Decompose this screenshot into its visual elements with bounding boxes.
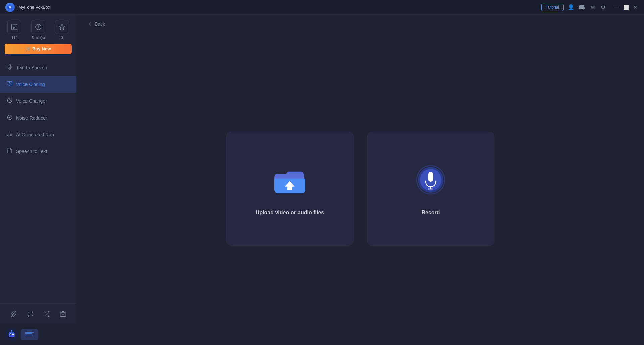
svg-rect-10 [7, 81, 12, 85]
sidebar-item-noise-reducer[interactable]: Noise Reducer [0, 110, 76, 126]
svg-rect-30 [10, 336, 13, 336]
back-label: Back [95, 21, 105, 27]
app-logo: V iMyFone VoxBox [5, 3, 541, 12]
titlebar: V iMyFone VoxBox Tutorial 👤 ✉ ⚙ — ⬜ ✕ [0, 0, 644, 15]
time-icon [31, 20, 45, 34]
ai-generated-rap-label: AI Generated Rap [16, 132, 54, 137]
upload-icon-area [270, 161, 310, 202]
upload-card[interactable]: Upload video or audio files [226, 132, 354, 246]
cards-area: Upload video or audio files [76, 32, 644, 345]
back-button[interactable]: Back [87, 21, 105, 27]
chars-icon [7, 20, 21, 34]
noise-reducer-label: Noise Reducer [16, 115, 47, 121]
text-to-speech-label: Text to Speech [16, 65, 47, 70]
sidebar-nav: Text to Speech Voice Cloning [0, 58, 76, 303]
noise-reducer-icon [7, 114, 13, 122]
toolbox-icon[interactable] [58, 308, 68, 319]
sidebar-item-speech-to-text[interactable]: Speech to Text [0, 143, 76, 160]
account-icon[interactable]: 👤 [568, 4, 574, 11]
main-content: Back Upload video or audio files [76, 15, 644, 345]
svg-marker-7 [59, 24, 65, 30]
sidebar-item-voice-changer[interactable]: Voice Changer [0, 93, 76, 110]
buy-now-button[interactable]: 🛒 Buy Now [5, 44, 72, 54]
sidebar-item-text-to-speech[interactable]: Text to Speech [0, 59, 76, 76]
chars-value: 112 [11, 36, 17, 40]
chatbot-avatar [5, 328, 19, 342]
svg-point-12 [9, 100, 11, 101]
voice-cloning-label: Voice Cloning [16, 82, 45, 87]
svg-point-29 [13, 334, 13, 335]
tutorial-button[interactable]: Tutorial [541, 4, 564, 11]
credits-value: 0 [61, 36, 63, 40]
svg-point-15 [10, 134, 12, 136]
repeat-icon[interactable] [25, 308, 36, 319]
sidebar: 112 5 min(s) 0 [0, 15, 76, 345]
svg-line-19 [47, 315, 49, 317]
stat-credits: 0 [55, 20, 69, 40]
credits-icon [55, 20, 69, 34]
svg-point-28 [10, 334, 11, 335]
upload-label: Upload video or audio files [256, 210, 324, 216]
mail-icon[interactable]: ✉ [589, 4, 596, 11]
svg-point-14 [7, 135, 9, 136]
voice-cloning-icon [7, 81, 13, 88]
text-to-speech-icon [7, 64, 13, 71]
svg-text:V: V [9, 6, 11, 9]
app-title: iMyFone VoxBox [17, 5, 50, 10]
speech-to-text-label: Speech to Text [16, 149, 47, 154]
sidebar-item-ai-generated-rap[interactable]: AI Generated Rap [0, 126, 76, 143]
voice-changer-icon [7, 97, 13, 105]
discord-icon[interactable] [578, 4, 585, 11]
maximize-button[interactable]: ⬜ [623, 4, 629, 11]
window-controls: — ⬜ ✕ [613, 4, 639, 11]
app-body: 112 5 min(s) 0 [0, 15, 644, 345]
voice-changer-label: Voice Changer [16, 98, 47, 104]
minimize-button[interactable]: — [613, 4, 620, 11]
main-header: Back [76, 15, 644, 32]
record-icon-area [411, 161, 451, 202]
settings-icon[interactable]: ⚙ [600, 4, 606, 11]
chatbot-widget[interactable] [0, 324, 76, 345]
speech-to-text-icon [7, 148, 13, 155]
titlebar-controls: Tutorial 👤 ✉ ⚙ — ⬜ ✕ [541, 4, 639, 11]
sidebar-bottom-icons [0, 303, 76, 324]
shuffle-icon[interactable] [41, 308, 52, 319]
attachment-icon[interactable] [8, 308, 19, 319]
chatbot-bubble [21, 329, 38, 340]
sidebar-item-voice-cloning[interactable]: Voice Cloning [0, 76, 76, 93]
svg-point-32 [11, 330, 12, 331]
logo-icon: V [5, 3, 15, 12]
time-value: 5 min(s) [32, 36, 45, 40]
record-label: Record [421, 210, 440, 216]
svg-line-20 [44, 312, 46, 313]
record-card[interactable]: Record [367, 132, 494, 246]
svg-point-11 [9, 82, 11, 84]
ai-generated-rap-icon [7, 131, 13, 138]
svg-rect-2 [12, 24, 17, 30]
stat-time: 5 min(s) [31, 20, 45, 40]
sidebar-stats: 112 5 min(s) 0 [0, 15, 76, 44]
close-button[interactable]: ✕ [632, 4, 639, 11]
svg-rect-41 [428, 172, 433, 182]
stat-chars: 112 [7, 20, 21, 40]
